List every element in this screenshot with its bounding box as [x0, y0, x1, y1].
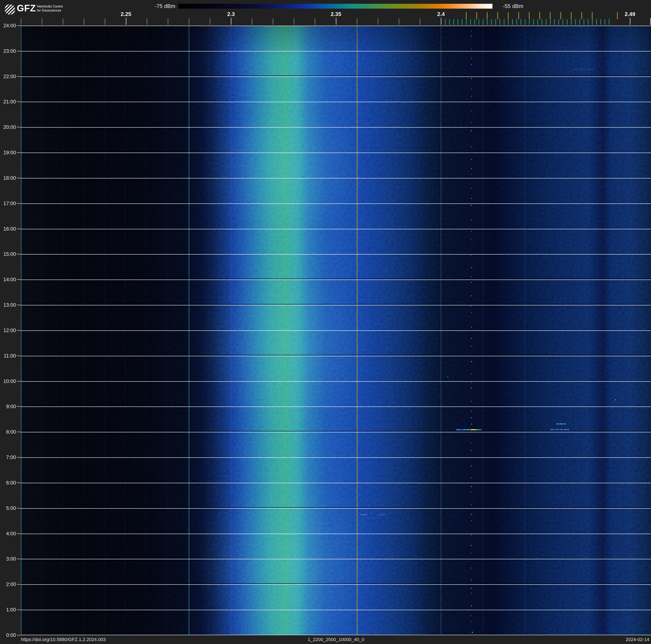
emission-hotspot: [199, 106, 368, 236]
ble-channel-tick: [567, 19, 567, 25]
ble-channel-tick: [554, 19, 555, 25]
periodic-beacon-2414mhz: [471, 373, 472, 374]
wifi-channel-tick: [550, 12, 551, 19]
periodic-beacon-2414mhz: [471, 588, 472, 589]
hour-gridline: [21, 457, 651, 458]
burst-0820-blue: [564, 429, 566, 430]
wifi-channel-tick: [581, 12, 582, 19]
burst-0820-blue: [567, 429, 569, 430]
ble-channel-tick: [483, 19, 484, 25]
burst-0820-blue: [559, 429, 563, 430]
periodic-beacon-2414mhz: [471, 545, 472, 546]
ble-channel-tick: [550, 19, 551, 25]
time-axis-label: 1:00: [0, 607, 16, 613]
periodic-beacon-2414mhz: [471, 327, 472, 328]
freq-minor-tick: [42, 19, 42, 25]
ble-channel-tick: [449, 19, 450, 25]
periodic-beacon-2414mhz: [471, 361, 472, 362]
hour-gridline: [21, 534, 651, 534]
freq-tick-label: 2.35: [321, 11, 351, 18]
time-axis-tick: [17, 101, 21, 102]
wifi-channel-tick: [529, 12, 530, 19]
hour-gridline: [21, 305, 651, 305]
periodic-beacon-2414mhz: [471, 111, 472, 112]
wifi-channel-tick: [518, 12, 519, 19]
freq-major-tick: [231, 18, 231, 25]
time-axis-tick: [17, 610, 21, 610]
signal-speck: [472, 632, 473, 633]
footer-dataset: 1_2200_2500_10000_40_0: [21, 637, 651, 642]
periodic-beacon-2414mhz: [471, 401, 472, 402]
time-axis-tick: [17, 457, 21, 458]
hour-gridline: [21, 584, 651, 585]
periodic-beacon-2414mhz: [471, 477, 472, 478]
burst-0530-faint: [378, 514, 386, 515]
periodic-beacon-2414mhz: [471, 96, 472, 97]
hour-gridline: [21, 508, 651, 509]
periodic-beacon-2414mhz: [471, 579, 472, 580]
ble-channel-tick: [508, 19, 508, 25]
freq-major-tick: [126, 18, 126, 25]
periodic-beacon-2414mhz: [471, 267, 472, 268]
ble-channel-tick: [571, 19, 571, 25]
periodic-beacon-2414mhz: [471, 411, 472, 412]
periodic-beacon-2414mhz: [471, 188, 472, 189]
ble-channel-tick: [588, 19, 588, 25]
time-axis-label: 20:00: [0, 124, 16, 130]
time-axis-label: 24:00: [0, 23, 16, 29]
time-axis-label: 11:00: [0, 353, 16, 359]
periodic-beacon-2414mhz: [471, 606, 472, 607]
ble-channel-tick: [495, 19, 496, 25]
wifi-channel-tick: [592, 12, 593, 19]
spectrogram-plot: [21, 26, 651, 635]
burst-0835-teal: [560, 423, 563, 425]
periodic-beacon-2414mhz: [471, 312, 472, 313]
colorbar: [178, 4, 492, 9]
time-axis-label: 6:00: [0, 480, 16, 486]
periodic-beacon-2414mhz: [471, 295, 472, 296]
top-fade: [21, 26, 651, 57]
periodic-beacon-2414mhz: [471, 255, 472, 256]
time-axis-label: 19:00: [0, 150, 16, 155]
freq-major-tick: [630, 18, 630, 25]
hour-gridline: [21, 102, 651, 102]
periodic-beacon-2414mhz: [471, 198, 472, 199]
time-axis-label: 3:00: [0, 556, 16, 562]
time-axis-tick: [17, 305, 21, 305]
periodic-beacon-2414mhz: [471, 450, 472, 451]
time-axis-label: 8:00: [0, 429, 16, 435]
ble-channel-tick: [558, 19, 559, 25]
freq-minor-tick: [63, 19, 63, 25]
freq-minor-tick: [315, 19, 315, 25]
periodic-beacon-2414mhz: [471, 442, 472, 443]
hour-gridline: [21, 26, 651, 26]
ble-channel-tick: [470, 19, 471, 25]
hour-gridline: [21, 127, 651, 127]
periodic-beacon-2414mhz: [471, 174, 472, 175]
time-axis-tick: [17, 559, 21, 559]
burst-0820-multicolor: [467, 429, 470, 430]
time-axis-label: 0:00: [0, 632, 16, 638]
time-axis-tick: [17, 330, 21, 331]
ble-channel-tick: [604, 19, 605, 25]
time-axis-tick: [17, 254, 21, 254]
hour-gridline: [21, 356, 651, 356]
hour-gridline: [21, 229, 651, 229]
ble-channel-tick: [491, 19, 492, 25]
time-axis-label: 14:00: [0, 276, 16, 283]
periodic-beacon-2414mhz: [471, 417, 472, 418]
wifi-channel-tick: [476, 12, 477, 19]
time-axis-tick: [17, 51, 21, 51]
org-name: Helmholtz Centre for Geosciences: [37, 4, 63, 12]
gfz-wordmark: GFZ: [17, 3, 36, 13]
periodic-beacon-2414mhz: [471, 64, 472, 65]
burst-0820-multicolor: [456, 429, 462, 430]
time-axis-tick: [17, 432, 21, 432]
periodic-beacon-2414mhz: [471, 159, 472, 160]
wifi-channel-tick: [560, 12, 561, 19]
freq-minor-tick: [168, 19, 168, 25]
hour-gridline: [21, 280, 651, 280]
time-axis-tick: [17, 635, 21, 635]
periodic-beacon-2414mhz: [471, 491, 472, 492]
periodic-beacon-2414mhz: [471, 534, 472, 535]
